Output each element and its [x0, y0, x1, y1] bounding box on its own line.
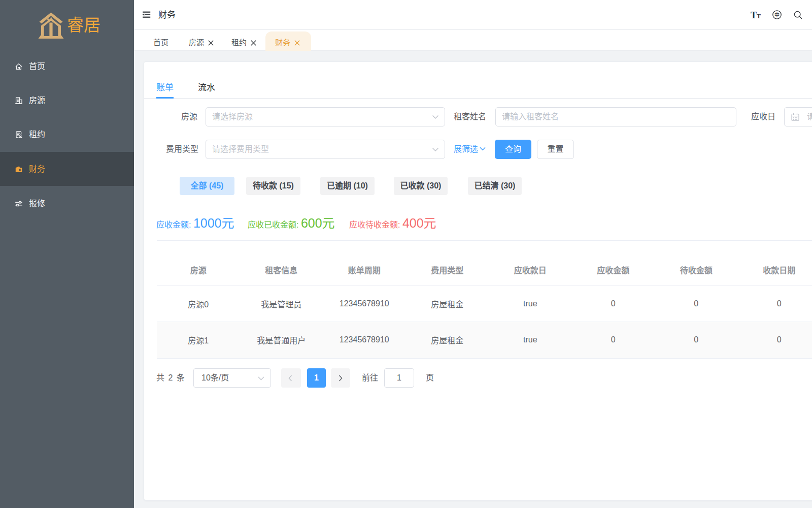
svg-text:中: 中: [774, 12, 780, 18]
